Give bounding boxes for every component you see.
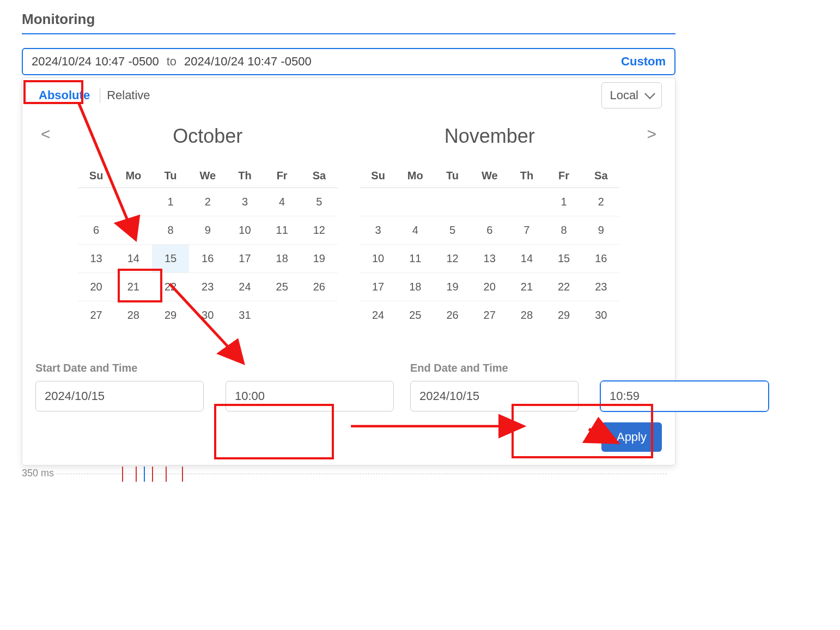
calendar-dow: Th — [508, 164, 545, 188]
month-name-left: October — [78, 125, 338, 148]
calendar-day[interactable]: 15 — [545, 245, 582, 273]
range-separator: to — [167, 54, 176, 69]
end-datetime-label: End Date and Time — [410, 362, 769, 374]
calendar-day[interactable]: 19 — [301, 245, 338, 273]
calendar-day[interactable]: 22 — [545, 273, 582, 301]
calendar-day[interactable]: 16 — [582, 245, 619, 273]
timezone-selected: Local — [610, 88, 638, 102]
calendar-day[interactable]: 6 — [471, 216, 508, 245]
calendar-day[interactable]: 2 — [582, 188, 619, 216]
calendar-day[interactable]: 8 — [545, 216, 582, 245]
calendar-dow: We — [471, 164, 508, 188]
calendar-day[interactable]: 17 — [360, 273, 397, 301]
calendar-dow: Th — [226, 164, 263, 188]
calendar-day[interactable]: 22 — [152, 273, 189, 301]
calendar-day[interactable]: 11 — [397, 245, 434, 273]
calendar-day[interactable]: 11 — [264, 216, 301, 245]
axis-label: 350 ms — [22, 468, 54, 478]
calendar-dow: Fr — [264, 164, 301, 188]
calendar-day[interactable]: 24 — [226, 273, 263, 301]
calendar-day[interactable]: 10 — [360, 245, 397, 273]
calendar-day[interactable]: 20 — [78, 273, 115, 301]
start-date-input[interactable] — [35, 381, 204, 411]
calendar-day[interactable]: 27 — [78, 301, 115, 330]
calendar-day[interactable]: 13 — [471, 245, 508, 273]
range-mode-label[interactable]: Custom — [621, 54, 666, 69]
start-time-input[interactable] — [226, 381, 394, 411]
calendar-day[interactable]: 9 — [189, 216, 226, 245]
calendar-day[interactable]: 21 — [508, 273, 545, 301]
prev-month-button[interactable]: < — [35, 125, 56, 143]
calendar-grid-right[interactable]: SuMoTuWeThFrSa12345678910111213141516171… — [360, 164, 619, 329]
calendar-day[interactable]: 19 — [434, 273, 471, 301]
calendar-day[interactable]: 24 — [360, 301, 397, 330]
calendar-day[interactable]: 23 — [189, 273, 226, 301]
calendar-day[interactable]: 9 — [582, 216, 619, 245]
calendar-day[interactable]: 3 — [360, 216, 397, 245]
apply-button[interactable]: Apply — [601, 422, 662, 452]
calendar-day[interactable]: 6 — [78, 216, 115, 245]
calendar-day[interactable]: 26 — [434, 301, 471, 330]
calendar-day[interactable]: 30 — [189, 301, 226, 330]
calendar-day[interactable]: 15 — [152, 245, 189, 273]
calendar-dow: We — [189, 164, 226, 188]
calendar-day[interactable]: 12 — [434, 245, 471, 273]
calendar-dow: Su — [78, 164, 115, 188]
calendar-day[interactable]: 14 — [115, 245, 152, 273]
tab-divider — [100, 88, 100, 103]
calendar-day[interactable]: 26 — [301, 273, 338, 301]
calendar-dow: Fr — [545, 164, 582, 188]
chevron-down-icon — [644, 88, 655, 99]
end-time-input[interactable] — [600, 381, 769, 411]
calendar-day[interactable]: 18 — [264, 245, 301, 273]
date-picker-panel: Absolute Relative Local < October SuMoTu… — [22, 77, 675, 465]
calendar-day[interactable]: 18 — [397, 273, 434, 301]
tab-relative[interactable]: Relative — [107, 88, 150, 102]
calendar-day[interactable]: 1 — [545, 188, 582, 216]
calendar-day[interactable]: 13 — [78, 245, 115, 273]
calendar-day[interactable]: 7 — [508, 216, 545, 245]
calendar-day[interactable]: 21 — [115, 273, 152, 301]
calendar-day[interactable]: 3 — [226, 188, 263, 216]
calendar-day[interactable]: 25 — [397, 301, 434, 330]
tab-absolute[interactable]: Absolute — [35, 87, 93, 104]
calendar-day[interactable]: 30 — [582, 301, 619, 330]
calendar-day[interactable]: 8 — [152, 216, 189, 245]
next-month-button[interactable]: > — [641, 125, 662, 143]
range-to: 2024/10/24 10:47 -0500 — [184, 54, 312, 69]
calendar-day[interactable]: 29 — [545, 301, 582, 330]
calendar-day[interactable]: 27 — [471, 301, 508, 330]
calendar-dow: Su — [360, 164, 397, 188]
calendar-day[interactable]: 1 — [152, 188, 189, 216]
calendar-day[interactable]: 10 — [226, 216, 263, 245]
calendar-day[interactable]: 2 — [189, 188, 226, 216]
range-from: 2024/10/24 10:47 -0500 — [32, 54, 159, 69]
calendar-day[interactable]: 14 — [508, 245, 545, 273]
calendar-day[interactable]: 23 — [582, 273, 619, 301]
calendar-day[interactable]: 20 — [471, 273, 508, 301]
calendar-day[interactable]: 25 — [264, 273, 301, 301]
timezone-select[interactable]: Local — [601, 82, 662, 108]
calendar-day[interactable]: 17 — [226, 245, 263, 273]
end-date-input[interactable] — [410, 381, 579, 411]
calendar-day[interactable]: 28 — [508, 301, 545, 330]
calendar-dow: Mo — [115, 164, 152, 188]
picker-tabs: Absolute Relative — [35, 87, 150, 104]
date-range-input[interactable]: 2024/10/24 10:47 -0500 to 2024/10/24 10:… — [22, 48, 675, 75]
calendar-day[interactable]: 12 — [301, 216, 338, 245]
calendar-dow: Mo — [397, 164, 434, 188]
calendar-day[interactable]: 16 — [189, 245, 226, 273]
calendar-day[interactable]: 28 — [115, 301, 152, 330]
calendar-day[interactable]: 31 — [226, 301, 263, 330]
calendar-day[interactable]: 4 — [397, 216, 434, 245]
chart-axis-fragment: 350 ms — [22, 468, 675, 479]
calendar-day[interactable]: 29 — [152, 301, 189, 330]
calendar-dow: Tu — [152, 164, 189, 188]
calendar-day[interactable]: 5 — [301, 188, 338, 216]
calendar-day[interactable]: 5 — [434, 216, 471, 245]
calendar-grid-left[interactable]: SuMoTuWeThFrSa12345678910111213141516171… — [78, 164, 338, 329]
title-underline — [22, 33, 675, 34]
calendar-day[interactable]: 7 — [115, 216, 152, 245]
calendar-dow: Tu — [434, 164, 471, 188]
calendar-day[interactable]: 4 — [264, 188, 301, 216]
